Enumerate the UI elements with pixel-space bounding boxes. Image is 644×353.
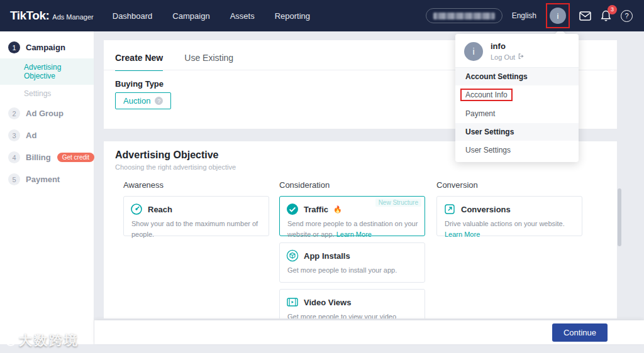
auction-button[interactable]: Auction [115,92,171,109]
step-campaign[interactable]: 1 Campaign [0,36,94,58]
annotation-box-account-info: Account Info [460,89,513,101]
column-conversion: Conversion Conversions Drive valuable ac… [436,180,582,242]
logout-label: Log Out [491,53,515,61]
tab-use-existing[interactable]: Use Existing [184,53,233,71]
objective-card-app-installs[interactable]: App Installs Get more people to install … [279,242,425,283]
card-description-app-installs: Get more people to install your app. [287,265,418,276]
card-description-reach: Show your ad to the maximum number of pe… [131,219,262,239]
dropdown-header-user-settings: User Settings [455,123,579,141]
user-avatar-button[interactable]: i [550,8,566,24]
dropdown-item-account-info[interactable]: Account Info [455,85,579,104]
logout-link[interactable]: Log Out [491,53,525,61]
objective-card-video-views[interactable]: Video Views Get more people to view your… [279,289,425,318]
step-number-3: 3 [8,129,20,141]
section-title: Advertising Objective [115,149,219,161]
bottom-action-bar: Continue [94,320,644,344]
question-circle-icon [621,10,633,22]
step-label-ad: Ad [26,131,36,140]
dropdown-item-user-settings[interactable]: User Settings [455,141,579,160]
card-title-traffic: Traffic [304,205,328,214]
step-label-payment: Payment [26,175,60,184]
objective-card-conversions[interactable]: Conversions Drive valuable actions on yo… [436,196,582,236]
step-number-5: 5 [8,173,20,185]
topbar: TikTok: Ads Manager Dashboard Campaign A… [0,0,644,31]
sidebar-item-settings[interactable]: Settings [0,85,94,102]
tiktok-logo[interactable]: TikTok: Ads Manager [10,9,94,23]
language-selector[interactable]: English [512,11,536,20]
logout-icon [518,53,525,61]
info-icon [155,97,163,105]
fire-emoji: 🔥 [333,205,342,214]
card-title-conversions: Conversions [461,205,511,214]
conversions-description-text: Drive valuable actions on your website. [445,220,565,227]
account-info-label: Account Info [465,90,508,99]
card-title-reach: Reach [148,205,172,214]
scrollbar[interactable] [618,188,621,246]
step-number-1: 1 [8,41,20,53]
logo-suffix-text: Ads Manager [52,13,93,21]
dropdown-user-name: info [491,41,525,51]
new-structure-badge: New Structure [375,198,421,207]
account-dropdown: i info Log Out Account Settings Account … [455,34,579,162]
topbar-right-cluster: English i 3 [426,3,633,28]
card-description-conversions: Drive valuable actions on your website. … [445,219,575,239]
conversions-icon [443,203,456,215]
objective-card-traffic[interactable]: New Structure Traffic 🔥 Send more people… [279,196,425,236]
traffic-selected-check-icon [286,203,299,215]
step-ad[interactable]: 3 Ad [0,124,94,146]
help-icon[interactable] [621,10,633,22]
step-label-campaign: Campaign [26,43,65,52]
sidebar-item-advertising-objective[interactable]: Advertising Objective [0,58,94,85]
dropdown-header-account-settings: Account Settings [455,68,579,85]
auction-button-label: Auction [123,96,150,106]
step-billing[interactable]: 4 Billing Get credit [0,146,94,168]
step-ad-group[interactable]: 2 Ad Group [0,102,94,124]
continue-button[interactable]: Continue [552,323,608,342]
messages-icon[interactable] [579,11,591,21]
watermark-text: 大数跨境 [19,332,79,349]
traffic-learn-more-link[interactable]: Learn More [336,231,372,238]
section-subtitle: Choosing the right advertising objective [115,163,236,171]
notification-badge: 3 [608,5,617,14]
card-title-app-installs: App Installs [304,251,350,261]
nav-item-reporting[interactable]: Reporting [275,11,310,21]
objective-card-reach[interactable]: Reach Show your ad to the maximum number… [123,196,269,236]
column-header-conversion: Conversion [436,180,582,190]
nav-item-dashboard[interactable]: Dashboard [113,11,153,21]
step-label-ad-group: Ad Group [26,109,64,118]
create-tabs: Create New Use Existing [115,53,233,71]
conversions-learn-more-link[interactable]: Learn More [445,231,480,238]
step-payment[interactable]: 5 Payment [0,168,94,190]
column-header-consideration: Consideration [279,180,425,190]
buying-type-label: Buying Type [115,79,164,89]
dropdown-user-row: i info Log Out [455,34,579,67]
campaign-steps-sidebar: 1 Campaign Advertising Objective Setting… [0,31,94,344]
dropdown-avatar: i [464,42,483,61]
card-description-video-views: Get more people to view your video [287,312,418,318]
column-awareness: Awareness Reach Show your ad to the maxi… [123,180,269,242]
step-label-billing: Billing [26,153,51,162]
step-number-4: 4 [8,151,20,163]
tab-create-new[interactable]: Create New [115,53,163,71]
column-consideration: Consideration New Structure Traffic 🔥 Se… [279,180,425,318]
step-number-2: 2 [8,107,20,119]
nav-item-assets[interactable]: Assets [230,11,255,21]
card-description-traffic: Send more people to a destination on you… [287,219,418,239]
dropdown-item-payment[interactable]: Payment [455,104,579,123]
card-title-video-views: Video Views [304,298,351,307]
annotation-box-avatar: i [546,3,570,28]
logo-text: TikTok: [10,9,49,23]
video-views-icon [286,296,299,308]
redacted-account-name [433,13,495,19]
advertising-objective-card: Advertising Objective Choosing the right… [104,141,617,318]
get-credit-badge[interactable]: Get credit [57,153,94,162]
app-installs-icon [286,249,299,262]
watermark-logo-icon [3,332,18,348]
column-header-awareness: Awareness [123,180,269,190]
main-nav: Dashboard Campaign Assets Reporting [113,11,310,21]
reach-icon [130,203,143,215]
watermark: 大数跨境 [5,332,79,349]
notifications-icon[interactable]: 3 [601,10,611,22]
nav-item-campaign[interactable]: Campaign [172,11,209,21]
account-name-pill[interactable] [426,8,502,23]
